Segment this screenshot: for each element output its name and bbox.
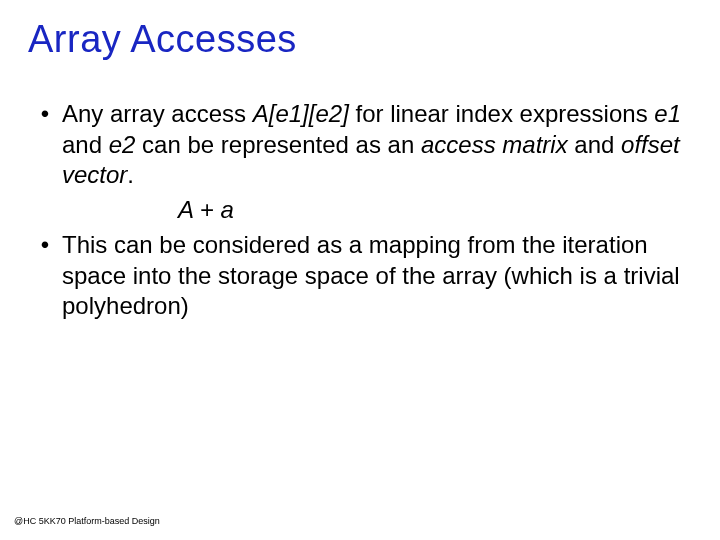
text-segment: and [62, 131, 109, 158]
bullet-text: Any array access A[e1][e2] for linear in… [62, 99, 692, 191]
footer-text: @HC 5KK70 Platform-based Design [14, 516, 160, 526]
bullet-item: • This can be considered as a mapping fr… [28, 230, 692, 322]
formula: A + a [28, 195, 692, 226]
bullet-mark: • [28, 230, 62, 322]
text-segment: can be represented as an [135, 131, 421, 158]
expr-e2: e2 [109, 131, 136, 158]
expr-array-access: A[e1][e2] [253, 100, 349, 127]
text-segment: Any array access [62, 100, 253, 127]
slide-body: • Any array access A[e1][e2] for linear … [28, 99, 692, 322]
bullet-item: • Any array access A[e1][e2] for linear … [28, 99, 692, 191]
text-segment: for linear index expressions [349, 100, 654, 127]
slide-title: Array Accesses [28, 18, 692, 61]
term-access-matrix: access matrix [421, 131, 568, 158]
text-segment: and [568, 131, 621, 158]
text-segment: . [127, 161, 134, 188]
slide: Array Accesses • Any array access A[e1][… [0, 0, 720, 540]
bullet-text: This can be considered as a mapping from… [62, 230, 692, 322]
bullet-mark: • [28, 99, 62, 191]
expr-e1: e1 [654, 100, 681, 127]
